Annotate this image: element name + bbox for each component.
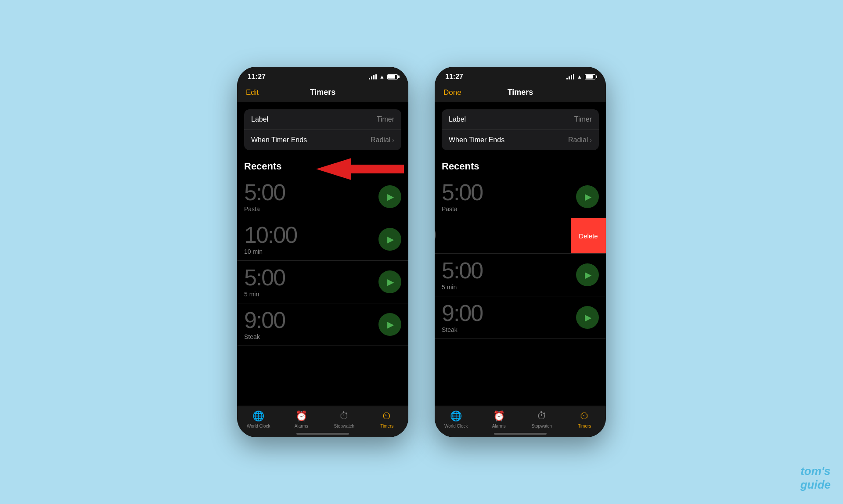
watermark: tom's guide: [800, 464, 831, 492]
nav-title-1: Timers: [310, 88, 336, 97]
content-1: Label Timer When Timer Ends Radial › Rec…: [237, 109, 408, 346]
alarms-icon-1: ⏰: [295, 410, 307, 422]
timer-label-2-1: Pasta: [442, 205, 483, 212]
timer-label-1-1: Pasta: [244, 205, 285, 212]
timer-label-2-4: Steak: [442, 326, 483, 333]
content-2: Label Timer When Timer Ends Radial › Rec…: [435, 109, 606, 339]
play-icon-1-1: ▶: [387, 191, 394, 202]
timer-label-1-2: 10 min: [244, 248, 297, 255]
play-btn-1-1[interactable]: ▶: [378, 185, 401, 208]
timer-row-1-1: 5:00 Pasta ▶: [237, 176, 408, 218]
card-section-2: Label Timer When Timer Ends Radial ›: [442, 109, 599, 150]
timer-label-1-3: 5 min: [244, 291, 285, 298]
delete-button[interactable]: Delete: [571, 218, 606, 253]
status-bar-2: 11:27 ▲: [435, 67, 606, 84]
play-btn-2-4[interactable]: ▶: [576, 306, 599, 329]
tab-stopwatch-label-2: Stopwatch: [531, 424, 552, 428]
when-timer-ends-row-2[interactable]: When Timer Ends Radial ›: [442, 130, 599, 150]
label-field-2[interactable]: Label: [449, 115, 466, 123]
status-time-2: 11:27: [445, 73, 463, 81]
done-button[interactable]: Done: [443, 88, 470, 97]
status-bar-1: 11:27 ▲: [237, 67, 408, 84]
phone-1: 11:27 ▲ Edit Timers: [237, 67, 408, 437]
wifi-icon-1: ▲: [379, 74, 385, 80]
tab-alarms-2[interactable]: ⏰ Alarms: [478, 410, 521, 428]
play-icon-2-3: ▶: [585, 270, 591, 280]
nav-bar-2: Done Timers: [435, 84, 606, 102]
timer-info-2-1: 5:00 Pasta: [442, 181, 483, 212]
chevron-icon-2: ›: [590, 137, 592, 144]
timer-info-1-4: 9:00 Steak: [244, 309, 285, 340]
edit-button[interactable]: Edit: [246, 88, 272, 97]
timer-row-2-4: 9:00 Steak ▶: [435, 296, 606, 339]
when-timer-ends-label-1: When Timer Ends: [251, 136, 307, 144]
timer-time-2-2: :00: [435, 223, 436, 246]
tab-stopwatch-2[interactable]: ⏱ Stopwatch: [520, 410, 563, 428]
phone-2: 11:27 ▲ Done Timers: [435, 67, 606, 437]
chevron-icon-1: ›: [392, 137, 394, 144]
timers-icon-2: ⏲: [580, 410, 589, 422]
recents-header-1: Recents: [237, 150, 408, 176]
timer-time-1-2: 10:00: [244, 223, 297, 246]
signal-icon-1: [369, 74, 377, 79]
timer-row-2-2-wrapper: :00 ▶ Delete: [435, 218, 606, 254]
card-section-1: Label Timer When Timer Ends Radial ›: [244, 109, 401, 150]
battery-icon-2: [585, 74, 595, 79]
play-icon-2-4: ▶: [585, 312, 591, 323]
tab-alarms-1[interactable]: ⏰ Alarms: [280, 410, 323, 428]
recents-section-1: Recents: [237, 150, 408, 176]
play-btn-1-4[interactable]: ▶: [378, 313, 401, 336]
timer-row-2-3: 5:00 5 min ▶: [435, 254, 606, 296]
timer-time-2-3: 5:00: [442, 259, 483, 282]
play-icon-1-4: ▶: [387, 319, 394, 330]
play-btn-1-2[interactable]: ▶: [378, 228, 401, 251]
tab-alarms-label-2: Alarms: [492, 424, 506, 428]
tab-timers-label-1: Timers: [380, 424, 393, 428]
world-clock-icon-1: 🌐: [252, 410, 264, 422]
radial-value-1: Radial ›: [371, 136, 394, 144]
play-btn-2-1[interactable]: ▶: [576, 185, 599, 208]
timers-icon-1: ⏲: [382, 410, 392, 422]
tab-world-clock-1[interactable]: 🌐 World Clock: [237, 410, 280, 428]
timer-time-1-4: 9:00: [244, 309, 285, 331]
play-icon-1-3: ▶: [387, 277, 394, 287]
tab-world-clock-2[interactable]: 🌐 World Clock: [435, 410, 478, 428]
timer-value-1: Timer: [377, 115, 394, 123]
timer-time-2-4: 9:00: [442, 302, 483, 324]
world-clock-icon-2: 🌐: [450, 410, 462, 422]
when-timer-ends-label-2: When Timer Ends: [449, 136, 504, 144]
timer-row-1-2: 10:00 10 min ▶: [237, 218, 408, 261]
timer-row-1-3: 5:00 5 min ▶: [237, 261, 408, 303]
play-btn-1-3[interactable]: ▶: [378, 270, 401, 293]
status-icons-1: ▲: [369, 74, 398, 80]
home-indicator-1: [296, 433, 349, 435]
recents-header-2: Recents: [435, 150, 606, 176]
tab-timers-1[interactable]: ⏲ Timers: [366, 410, 409, 428]
timer-info-1-2: 10:00 10 min: [244, 223, 297, 255]
label-row-2: Label Timer: [442, 109, 599, 130]
tab-timers-2[interactable]: ⏲ Timers: [563, 410, 606, 428]
nav-title-2: Timers: [508, 88, 533, 97]
status-time-1: 11:27: [248, 73, 266, 81]
timer-info-1-1: 5:00 Pasta: [244, 181, 285, 212]
tab-stopwatch-1[interactable]: ⏱ Stopwatch: [323, 410, 366, 428]
play-icon-1-2: ▶: [387, 234, 394, 245]
timer-time-1-1: 5:00: [244, 181, 285, 204]
home-indicator-2: [494, 433, 547, 435]
timer-row-2-2: :00 ▶: [435, 218, 571, 253]
timer-info-2-3: 5:00 5 min: [442, 259, 483, 291]
timer-value-2: Timer: [574, 115, 592, 123]
timer-info-1-3: 5:00 5 min: [244, 266, 285, 298]
stopwatch-icon-2: ⏱: [537, 410, 547, 422]
delete-label: Delete: [579, 232, 598, 240]
radial-value-2: Radial ›: [568, 136, 592, 144]
when-timer-ends-row-1[interactable]: When Timer Ends Radial ›: [244, 130, 401, 150]
signal-icon-2: [566, 74, 574, 79]
alarms-icon-2: ⏰: [493, 410, 505, 422]
tab-alarms-label-1: Alarms: [295, 424, 308, 428]
battery-icon-1: [387, 74, 398, 79]
timer-label-1-4: Steak: [244, 333, 285, 340]
label-field-1[interactable]: Label: [251, 115, 268, 123]
tab-world-clock-label-2: World Clock: [444, 424, 468, 428]
play-btn-2-3[interactable]: ▶: [576, 263, 599, 286]
